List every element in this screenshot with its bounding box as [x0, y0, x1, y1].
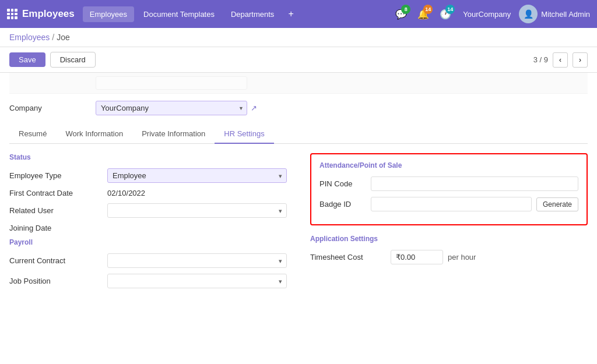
first-contract-label: First Contract Date	[9, 189, 103, 197]
discard-button[interactable]: Discard	[50, 52, 96, 68]
employee-type-label: Employee Type	[9, 171, 103, 180]
attendance-box: Attendance/Point of Sale PIN Code Badge …	[310, 153, 588, 225]
breadcrumb-current: Joe	[57, 33, 70, 42]
app-settings-title: Application Settings	[310, 235, 588, 243]
generate-button[interactable]: Generate	[536, 197, 578, 211]
top-faded-input[interactable]	[96, 76, 247, 90]
tab-private-information[interactable]: Private Information	[132, 125, 215, 144]
company-select[interactable]: YourCompany	[96, 101, 247, 115]
employee-type-select-wrapper[interactable]: Employee Student Freelance Part-time	[107, 168, 287, 183]
status-section: Status Employee Type Employee Student Fr…	[9, 153, 287, 232]
timesheet-cost-label: Timesheet Cost	[310, 253, 386, 261]
pagination-info: 3 / 9	[533, 55, 548, 64]
app-name: Employees	[22, 8, 75, 20]
topnav: Employees Employees Document Templates D…	[0, 0, 597, 28]
badge-id-row: Badge ID Generate	[319, 197, 578, 211]
current-contract-select-wrapper[interactable]	[107, 253, 287, 268]
job-position-label: Job Position	[9, 277, 103, 285]
attendance-title: Attendance/Point of Sale	[319, 161, 578, 169]
nav-employees[interactable]: Employees	[83, 6, 134, 22]
tab-hr-settings[interactable]: HR Settings	[215, 125, 273, 144]
form-scroll-area[interactable]: Company YourCompany ↗ Resumé Work Inform…	[0, 73, 597, 364]
joining-date-row: Joining Date	[9, 224, 287, 232]
pin-code-row: PIN Code	[319, 176, 578, 191]
pin-code-input[interactable]	[371, 176, 578, 191]
grid-icon	[7, 9, 17, 19]
alerts-button[interactable]: 🔔 14	[414, 5, 433, 23]
external-link-icon[interactable]: ↗	[251, 104, 257, 112]
payroll-section-title: Payroll	[9, 238, 287, 246]
company-row: Company YourCompany ↗	[9, 96, 588, 120]
nav-departments[interactable]: Departments	[224, 6, 281, 22]
form-area: Company YourCompany ↗ Resumé Work Inform…	[0, 73, 597, 303]
prev-button[interactable]: ‹	[553, 52, 568, 68]
job-position-select[interactable]	[107, 274, 287, 288]
company-name[interactable]: YourCompany	[458, 8, 515, 21]
payroll-section: Payroll Current Contract	[9, 238, 287, 288]
tab-resume[interactable]: Resumé	[9, 125, 56, 144]
avatar[interactable]: 👤	[519, 5, 538, 23]
job-position-row: Job Position	[9, 274, 287, 288]
tab-work-information[interactable]: Work Information	[56, 125, 132, 144]
first-contract-row: First Contract Date 02/10/2022	[9, 189, 287, 197]
joining-date-label: Joining Date	[9, 224, 103, 232]
user-name: Mitchell Admin	[541, 10, 590, 19]
badge-id-input[interactable]	[371, 197, 532, 211]
badge-id-label: Badge ID	[319, 200, 366, 208]
breadcrumb-separator: /	[52, 33, 54, 42]
timesheet-unit: per hour	[448, 253, 476, 261]
current-contract-row: Current Contract	[9, 253, 287, 268]
right-section: Attendance/Point of Sale PIN Code Badge …	[310, 153, 588, 294]
top-faded-row	[9, 73, 588, 94]
clock-badge: 14	[445, 5, 455, 14]
status-section-title: Status	[9, 153, 287, 161]
app-logo[interactable]: Employees	[7, 8, 75, 20]
company-select-container[interactable]: YourCompany	[96, 101, 247, 115]
save-button[interactable]: Save	[9, 52, 45, 67]
employee-type-select[interactable]: Employee Student Freelance Part-time	[107, 168, 287, 183]
job-position-select-wrapper[interactable]	[107, 274, 287, 288]
employee-type-row: Employee Type Employee Student Freelance…	[9, 168, 287, 183]
breadcrumb: Employees / Joe	[0, 28, 597, 47]
left-section: Status Employee Type Employee Student Fr…	[9, 153, 298, 294]
pagination: 3 / 9 ‹ ›	[533, 52, 588, 68]
company-label: Company	[9, 104, 91, 112]
current-contract-select[interactable]	[107, 253, 287, 268]
nav-plus-button[interactable]: +	[283, 5, 298, 23]
toolbar: Save Discard 3 / 9 ‹ ›	[0, 47, 597, 73]
related-user-label: Related User	[9, 206, 103, 215]
timesheet-cost-input[interactable]	[391, 250, 443, 264]
timesheet-cost-row: Timesheet Cost per hour	[310, 250, 588, 264]
company-select-wrapper: YourCompany ↗	[96, 101, 257, 115]
main-container: Employees / Joe Save Discard 3 / 9 ‹ › C…	[0, 28, 597, 364]
pin-code-label: PIN Code	[319, 179, 366, 188]
alerts-badge: 14	[423, 5, 433, 14]
clock-button[interactable]: 🕐 14	[436, 5, 455, 23]
messages-badge: 8	[401, 5, 410, 14]
topnav-right: 💬 8 🔔 14 🕐 14 YourCompany 👤 Mitchell Adm…	[392, 5, 590, 23]
breadcrumb-parent[interactable]: Employees	[9, 33, 50, 42]
messages-button[interactable]: 💬 8	[392, 5, 410, 23]
nav-document-templates[interactable]: Document Templates	[136, 6, 222, 22]
next-button[interactable]: ›	[573, 52, 588, 68]
tabs: Resumé Work Information Private Informat…	[9, 125, 588, 144]
hr-settings-content: Status Employee Type Employee Student Fr…	[9, 144, 588, 303]
current-contract-label: Current Contract	[9, 256, 103, 265]
related-user-row: Related User	[9, 203, 287, 218]
related-user-select-wrapper[interactable]	[107, 203, 287, 218]
related-user-select[interactable]	[107, 203, 287, 218]
app-settings-section: Application Settings Timesheet Cost per …	[310, 235, 588, 264]
first-contract-value: 02/10/2022	[107, 189, 287, 197]
